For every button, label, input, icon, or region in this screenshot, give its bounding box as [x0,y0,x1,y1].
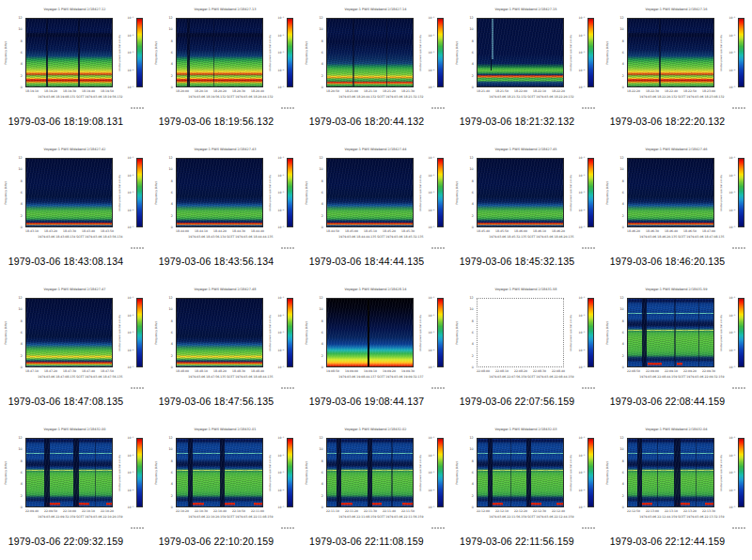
colorbar-tick-label: 10⁻⁵ [578,86,585,89]
colorbar-tick-labels: 10⁻¹10⁻²10⁻³10⁻⁴10⁻⁵ [118,18,134,87]
colorbar-gradient [437,298,444,367]
colorbar-tick-label: 10⁻¹ [277,156,284,160]
spectrogram-thumbnail[interactable]: Voyager-1 PWS Wideband 2/18427.48 Freque… [150,280,301,420]
spectrogram-thumbnail[interactable]: Voyager-1 PWS Wideband 2/18432.00 Freque… [0,420,150,560]
spectrogram-thumbnail[interactable]: Voyager-1 PWS Wideband 2/18427.13 Freque… [150,0,301,140]
spectrogram-thumbnail[interactable]: Voyager-1 PWS Wideband 2/18427.46 Freque… [602,140,752,280]
colorbar-tick-label: 10⁻² [578,454,585,458]
spectrogram-thumbnail[interactable]: Voyager-1 PWS Wideband 2/18427.44 Freque… [301,140,451,280]
spectrogram-thumbnail[interactable]: Voyager-1 PWS Wideband 2/18427.42 Freque… [0,140,150,280]
spectrogram-thumbnail[interactable]: Voyager-1 PWS Wideband 2/18427.16 Freque… [602,0,752,140]
colorbar-tick-label: 10⁻³ [578,51,585,54]
y-tick-label: 8 [321,179,323,183]
x-tick-label: 18:44:50 [326,229,339,233]
colorbar-tick-labels: 10⁻¹10⁻²10⁻³10⁻⁴10⁻⁵ [719,158,736,227]
y-tick-label: 12 [169,16,173,20]
colorbar-tick-label: 10⁻² [277,454,284,458]
y-tick-label: 4 [472,62,474,66]
colorbar-tick-label: 10⁻³ [127,191,133,194]
colorbar-tick-label: 10⁻⁵ [277,366,284,369]
colorbar-gradient [287,298,293,367]
y-tick-label: 2 [171,214,173,218]
panel-caption: 1979-03-06 18:19:56.132 [150,116,282,127]
colorbar-tick-label: 10⁻¹ [728,296,735,300]
plot-footnote-mark [281,387,295,389]
y-tick-label: 10 [169,447,173,451]
x-tick-label: 22:12:30 [533,509,546,513]
spectrogram-thumbnail[interactable]: Voyager-1 PWS Wideband 2/18427.15 Freque… [451,0,602,140]
x-tick-label: 22:11:50 [401,509,415,513]
x-tick-label: 18:20:20 [213,89,227,93]
panel-caption: 1979-03-06 18:43:56.134 [150,256,282,267]
y-tick-label: 0 [472,226,474,229]
y-tick-label: 10 [19,447,23,451]
spectrogram-thumbnail[interactable]: Voyager-1 PWS Wideband 2/18427.14 Freque… [301,0,451,140]
y-tick-labels: 121086420 [611,438,625,507]
y-axis-label: Frequency (kHz) [604,181,608,204]
spectrogram-thumbnail[interactable]: Voyager-1 PWS Wideband 2/18427.43 Freque… [150,140,301,280]
plot-area [326,438,414,507]
scet-range-label: 1979-03-06 18:44:44.135 SCET 1979-03-06 … [338,235,402,239]
y-tick-label: 4 [321,202,323,206]
panel-title: Voyager-1 PWS Wideband 2/18427.14 [345,8,396,11]
y-axis-label-wrap: Frequency (kHz) [301,158,310,227]
x-tick-label: 18:45:50 [495,229,509,233]
colorbar-tick-label: 10⁻⁴ [428,69,434,72]
y-tick-label: 2 [472,214,474,218]
plot-footnote-mark [131,247,145,249]
spectrogram-thumbnail[interactable]: Voyager-1 PWS Wideband 2/18432.03 Freque… [451,420,602,560]
spectrogram-thumbnail[interactable]: Voyager-1 PWS Wideband 2/18432.02 Freque… [301,420,451,560]
panel-title: Voyager-1 PWS Wideband 2/18427.15 [495,8,546,11]
spectrogram-thumbnail[interactable]: Voyager-1 PWS Wideband 2/18428.14 Freque… [301,280,451,420]
x-tick-label: 18:20:40 [251,89,264,93]
spectrogram-thumbnail[interactable]: Voyager-1 PWS Wideband 2/18432.04 Freque… [602,420,752,560]
colorbar-tick-label: 10⁻² [277,314,284,318]
spectrogram-grid: Voyager-1 PWS Wideband 2/18427.12 Freque… [0,0,752,560]
colorbar-tick-label: 10⁻² [728,34,735,38]
scet-range-label: 1979-03-06 22:12:44.159 SCET 1979-03-06 … [639,515,703,519]
y-tick-label: 10 [19,167,23,171]
panel-title: Voyager-1 PWS Wideband 2/18427.13 [195,8,245,11]
y-tick-label: 8 [321,39,323,43]
x-tick-label: 18:20:00 [176,89,189,93]
x-tick-label: 18:46:40 [665,229,678,233]
y-tick-label: 6 [622,51,624,54]
y-tick-label: 10 [470,167,474,171]
spectrogram-thumbnail[interactable]: Voyager-1 PWS Wideband 2/18431.59 Freque… [602,280,752,420]
colorbar-tick-label: 10⁻⁵ [277,506,284,509]
y-axis-label-wrap: Frequency (kHz) [150,158,160,227]
colorbar-tick-label: 10⁻² [127,454,133,458]
x-tick-label: 18:20:30 [232,89,245,93]
panel-title: Voyager-1 PWS Wideband 2/18431.59 [646,288,697,291]
spectrogram-thumbnail[interactable]: Voyager-1 PWS Wideband 2/18427.47 Freque… [0,280,150,420]
y-tick-label: 0 [171,506,173,509]
panel-caption: 1979-03-06 18:20:44.132 [301,116,432,127]
colorbar-gradient [437,438,444,507]
x-tick-label: 22:10:20 [101,509,114,513]
plot-area [477,158,564,227]
colorbar-tick-label: 10⁻⁴ [428,209,434,212]
y-tick-label: 0 [622,86,624,89]
colorbar-tick-labels: 10⁻¹10⁻²10⁻³10⁻⁴10⁻⁵ [268,438,285,507]
x-tick-label: 18:44:20 [213,229,227,233]
colorbar-gradient [287,158,293,227]
x-tick-label: 18:43:20 [44,229,57,233]
panel-caption: 1979-03-06 22:10:20.159 [150,536,282,547]
x-tick-label: 18:22:40 [665,89,678,93]
colorbar-gradient [738,158,744,227]
spectrogram-thumbnail[interactable]: Voyager-1 PWS Wideband 2/18427.12 Freque… [0,0,150,140]
colorbar-tick-label: 10⁻⁵ [578,226,585,229]
colorbar-gradient [588,18,594,87]
y-tick-label: 12 [169,296,173,300]
colorbar-tick-label: 10⁻¹ [728,16,735,20]
spectrogram-thumbnail[interactable]: Voyager-1 PWS Wideband 2/18432.01 Freque… [150,420,301,560]
spectrogram-thumbnail[interactable]: Voyager-1 PWS Wideband 2/18431.58 Freque… [451,280,602,420]
colorbar-tick-label: 10⁻¹ [127,156,133,160]
plot-area [176,298,263,367]
y-tick-label: 4 [472,202,474,206]
x-tick-label: 22:11:20 [345,509,358,513]
y-tick-label: 12 [320,16,323,20]
y-tick-label: 0 [622,226,624,229]
spectrogram-thumbnail[interactable]: Voyager-1 PWS Wideband 2/18427.45 Freque… [451,140,602,280]
y-axis-label: Frequency (kHz) [3,41,7,64]
